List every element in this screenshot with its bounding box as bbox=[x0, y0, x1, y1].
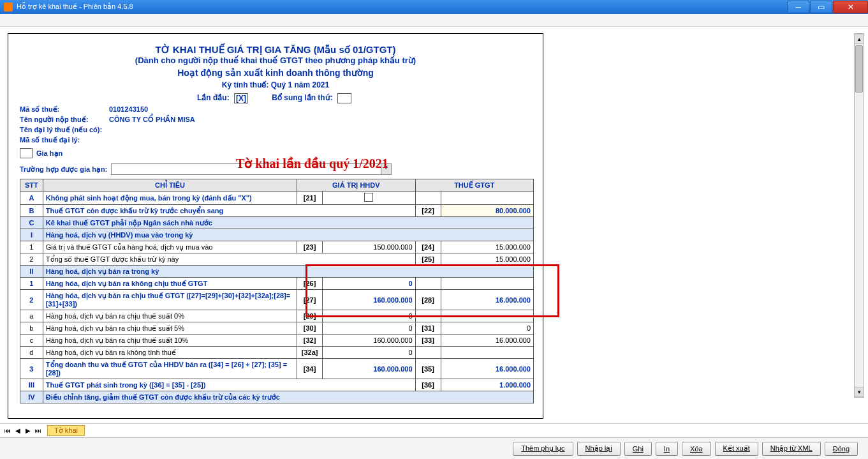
row-2-sell: 2 Hàng hóa, dịch vụ bán ra chịu thuế GTG… bbox=[20, 290, 534, 310]
row-A: A Không phát sinh hoạt động mua, bán tro… bbox=[20, 192, 534, 205]
app-icon bbox=[4, 3, 13, 11]
tab-nav-prev[interactable]: ◀ bbox=[13, 426, 23, 436]
checkbox-21[interactable] bbox=[323, 192, 415, 205]
col-chitieu: CHỈ TIÊU bbox=[43, 179, 297, 192]
form-activity: Hoạt động sản xuất kinh doanh thông thườ… bbox=[20, 68, 531, 78]
val-32[interactable]: 160.000.000 bbox=[323, 335, 415, 347]
close-form-button[interactable]: Đóng bbox=[825, 442, 858, 456]
code-33: [33] bbox=[415, 335, 441, 347]
form-period: Kỳ tính thuế: Quý 1 năm 2021 bbox=[20, 80, 531, 89]
export-button[interactable]: Kết xuất bbox=[715, 442, 758, 456]
desc: Không phát sinh hoạt động mua, bán trong… bbox=[43, 192, 297, 205]
col-thue: THUẾ GTGT bbox=[415, 179, 533, 192]
tab-nav-next[interactable]: ▶ bbox=[23, 426, 33, 436]
close-button[interactable]: ✕ bbox=[833, 1, 868, 13]
right-blank-area bbox=[543, 33, 855, 423]
ten-label: Tên người nộp thuế: bbox=[20, 116, 109, 124]
print-button[interactable]: In bbox=[656, 442, 678, 456]
form-title: TỜ KHAI THUẾ GIÁ TRỊ GIA TĂNG (Mẫu số 01… bbox=[20, 44, 531, 56]
mst-value: 0101243150 bbox=[109, 105, 148, 114]
code-26: [26] bbox=[297, 278, 323, 290]
landau-label: Lần đầu: bbox=[197, 93, 230, 102]
desc: Tổng doanh thu và thuế GTGT của HHDV bán… bbox=[43, 359, 297, 379]
code-36: [36] bbox=[415, 379, 441, 391]
add-appendix-button[interactable]: Thêm phụ lục bbox=[513, 442, 573, 456]
dl-label: Tên đại lý thuế (nếu có): bbox=[20, 126, 122, 134]
tab-nav-last[interactable]: ⏭ bbox=[33, 426, 43, 436]
row-b: b Hàng hoá, dịch vụ bán ra chịu thuế suấ… bbox=[20, 322, 534, 335]
row-II: II Hàng hoá, dịch vụ bán ra trong kỳ bbox=[20, 266, 534, 278]
vertical-scrollbar[interactable]: ▴ ▾ bbox=[854, 33, 864, 398]
desc: Điều chỉnh tăng, giảm thuế GTGT còn được… bbox=[43, 391, 533, 403]
desc: Hàng hoá, dịch vụ (HHDV) mua vào trong k… bbox=[43, 229, 533, 241]
tab-nav-first[interactable]: ⏮ bbox=[3, 426, 13, 436]
val-31[interactable]: 0 bbox=[441, 322, 533, 335]
bosung-label: Bổ sung lần thứ: bbox=[272, 93, 332, 102]
giahan-label: Gia hạn bbox=[36, 149, 63, 158]
scroll-thumb[interactable] bbox=[855, 45, 863, 93]
stt: a bbox=[20, 310, 43, 322]
giahan-checkbox[interactable] bbox=[20, 148, 33, 158]
stt: A bbox=[20, 192, 43, 205]
bosung-input[interactable] bbox=[337, 93, 351, 103]
code-21: [21] bbox=[297, 192, 323, 205]
stt: C bbox=[20, 217, 43, 229]
landau-checkbox[interactable]: [X] bbox=[234, 93, 248, 103]
val-32a[interactable]: 0 bbox=[323, 347, 415, 359]
window-controls: ─ ▭ ✕ bbox=[786, 1, 868, 13]
tab-tokhai[interactable]: Tờ khai bbox=[47, 425, 85, 436]
scroll-down-arrow[interactable]: ▾ bbox=[855, 387, 864, 397]
form-subtitle: (Dành cho người nộp thuế khai thuế GTGT … bbox=[20, 56, 531, 65]
row-1-sell: 1 Hàng hóa, dịch vụ bán ra không chịu th… bbox=[20, 278, 534, 290]
col-stt: STT bbox=[20, 179, 43, 192]
stt: 3 bbox=[20, 359, 43, 379]
maximize-button[interactable]: ▭ bbox=[810, 1, 832, 13]
import-xml-button[interactable]: Nhập từ XML bbox=[762, 442, 821, 456]
val-30[interactable]: 0 bbox=[323, 322, 415, 335]
code-24: [24] bbox=[415, 241, 441, 253]
val-27: 160.000.000 bbox=[323, 290, 415, 310]
row-1-buy: 1 Giá trị và thuế GTGT của hàng hoá, dịc… bbox=[20, 241, 534, 253]
stt: 1 bbox=[20, 278, 43, 290]
val-25[interactable]: 15.000.000 bbox=[441, 253, 533, 266]
delete-button[interactable]: Xóa bbox=[682, 442, 711, 456]
code-35: [35] bbox=[415, 359, 441, 379]
minimize-button[interactable]: ─ bbox=[787, 1, 809, 13]
code-30: [30] bbox=[297, 322, 323, 335]
desc: Thuế GTGT còn được khấu trừ kỳ trước chu… bbox=[43, 205, 415, 217]
footer-toolbar: Thêm phụ lục Nhập lại Ghi In Xóa Kết xuấ… bbox=[0, 437, 868, 459]
val-24[interactable]: 15.000.000 bbox=[441, 241, 533, 253]
row-a: a Hàng hoá, dịch vụ bán ra chịu thuế suấ… bbox=[20, 310, 534, 322]
code-29: [29] bbox=[297, 310, 323, 322]
code-23: [23] bbox=[297, 241, 323, 253]
blank bbox=[415, 278, 441, 290]
row-C: C Kê khai thuế GTGT phải nộp Ngân sách n… bbox=[20, 217, 534, 229]
desc: Hàng hóa, dịch vụ bán ra chịu thuế GTGT … bbox=[43, 290, 297, 310]
window-title: Hỗ trợ kê khai thuế - Phiên bản 4.5.8 bbox=[17, 3, 133, 11]
val-26[interactable]: 0 bbox=[323, 278, 415, 290]
desc: Hàng hoá, dịch vụ bán ra chịu thuế suất … bbox=[43, 310, 297, 322]
mstdl-label: Mã số thuế đại lý: bbox=[20, 136, 109, 144]
val-33[interactable]: 16.000.000 bbox=[441, 335, 533, 347]
form-paper: TỜ KHAI THUẾ GIÁ TRỊ GIA TĂNG (Mẫu số 01… bbox=[8, 33, 543, 419]
row-2-buy: 2 Tổng số thuế GTGT được khấu trừ kỳ này… bbox=[20, 253, 534, 266]
row-c: c Hàng hoá, dịch vụ bán ra chịu thuế suấ… bbox=[20, 335, 534, 347]
code-25: [25] bbox=[415, 253, 441, 266]
val-29[interactable]: 0 bbox=[323, 310, 415, 322]
scroll-up-arrow[interactable]: ▴ bbox=[855, 34, 864, 44]
blank bbox=[441, 310, 533, 322]
row-3-sell: 3 Tổng doanh thu và thuế GTGT của HHDV b… bbox=[20, 359, 534, 379]
code-34: [34] bbox=[297, 359, 323, 379]
desc: Hàng hoá, dịch vụ bán ra chịu thuế suất … bbox=[43, 322, 297, 335]
desc: Giá trị và thuế GTGT của hàng hoá, dịch … bbox=[43, 241, 297, 253]
blank bbox=[441, 278, 533, 290]
tax-grid: STT CHỈ TIÊU GIÁ TRỊ HHDV THUẾ GTGT A Kh… bbox=[20, 179, 534, 403]
reenter-button[interactable]: Nhập lại bbox=[577, 442, 621, 456]
val-22[interactable]: 80.000.000 bbox=[441, 205, 533, 217]
code-22: [22] bbox=[415, 205, 441, 217]
desc: Kê khai thuế GTGT phải nộp Ngân sách nhà… bbox=[43, 217, 533, 229]
val-23[interactable]: 150.000.000 bbox=[323, 241, 415, 253]
stt: d bbox=[20, 347, 43, 359]
desc: Hàng hoá, dịch vụ bán ra chịu thuế suất … bbox=[43, 335, 297, 347]
save-button[interactable]: Ghi bbox=[624, 442, 652, 456]
